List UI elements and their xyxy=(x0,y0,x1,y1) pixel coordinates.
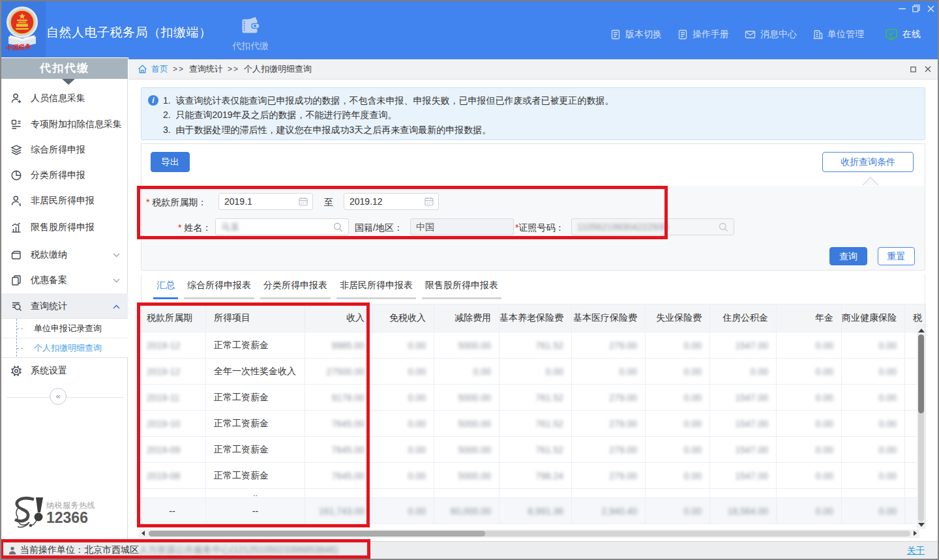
svg-text:12366: 12366 xyxy=(46,509,88,526)
svg-text:纳税服务热线: 纳税服务热线 xyxy=(46,501,95,510)
